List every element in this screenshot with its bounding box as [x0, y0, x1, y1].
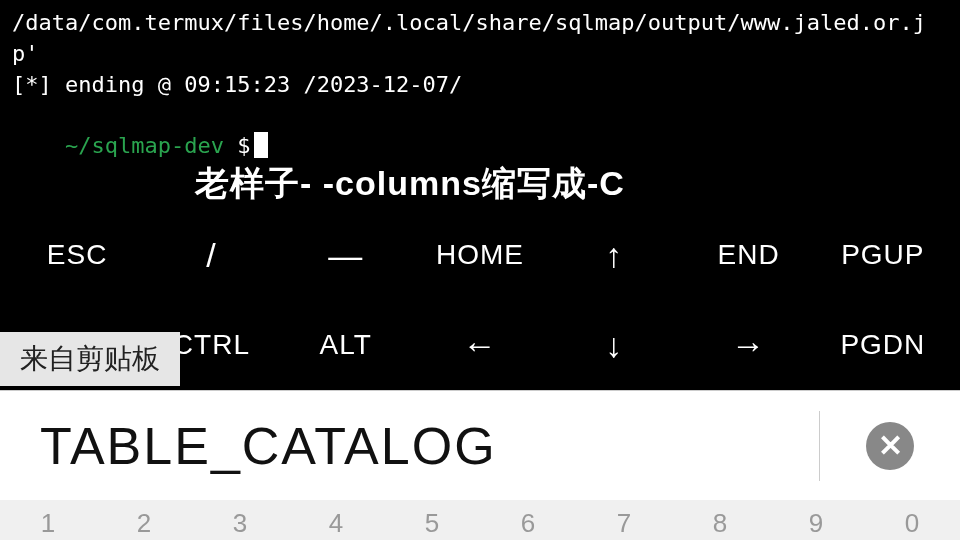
- key-right[interactable]: →: [681, 311, 815, 380]
- key-5[interactable]: 5: [384, 508, 480, 539]
- prompt-path: ~/sqlmap-dev: [65, 133, 224, 158]
- suggestion-close-button[interactable]: ✕: [820, 422, 960, 470]
- key-6[interactable]: 6: [480, 508, 576, 539]
- key-3[interactable]: 3: [192, 508, 288, 539]
- keyboard-number-row: 1 2 3 4 5 6 7 8 9 0: [0, 500, 960, 540]
- key-1[interactable]: 1: [0, 508, 96, 539]
- key-dash[interactable]: —: [279, 221, 413, 290]
- key-esc[interactable]: ESC: [10, 224, 144, 286]
- key-8[interactable]: 8: [672, 508, 768, 539]
- key-pgup[interactable]: PGUP: [816, 224, 950, 286]
- close-icon: ✕: [866, 422, 914, 470]
- key-pgdn[interactable]: PGDN: [816, 314, 950, 376]
- key-alt[interactable]: ALT: [279, 314, 413, 376]
- key-7[interactable]: 7: [576, 508, 672, 539]
- suggestion-text[interactable]: TABLE_CATALOG: [0, 411, 820, 481]
- key-up[interactable]: ↑: [547, 221, 681, 290]
- key-0[interactable]: 0: [864, 508, 960, 539]
- key-row-1: ESC / — HOME ↑ END PGUP: [0, 210, 960, 300]
- key-home[interactable]: HOME: [413, 224, 547, 286]
- ime-suggestion-bar: TABLE_CATALOG ✕: [0, 390, 960, 500]
- prompt-dollar: $: [224, 133, 251, 158]
- terminal-output[interactable]: /data/com.termux/files/home/.local/share…: [0, 0, 960, 210]
- key-down[interactable]: ↓: [547, 311, 681, 380]
- key-2[interactable]: 2: [96, 508, 192, 539]
- clipboard-badge: 来自剪贴板: [0, 332, 180, 386]
- video-subtitle: 老样子- -columns缩写成-C: [195, 160, 625, 208]
- key-9[interactable]: 9: [768, 508, 864, 539]
- terminal-line: [*] ending @ 09:15:23 /2023-12-07/: [12, 70, 948, 101]
- cursor-icon: [254, 132, 268, 158]
- key-slash[interactable]: /: [144, 221, 278, 290]
- key-4[interactable]: 4: [288, 508, 384, 539]
- terminal-line: /data/com.termux/files/home/.local/share…: [12, 8, 948, 70]
- key-end[interactable]: END: [681, 224, 815, 286]
- key-left[interactable]: ←: [413, 311, 547, 380]
